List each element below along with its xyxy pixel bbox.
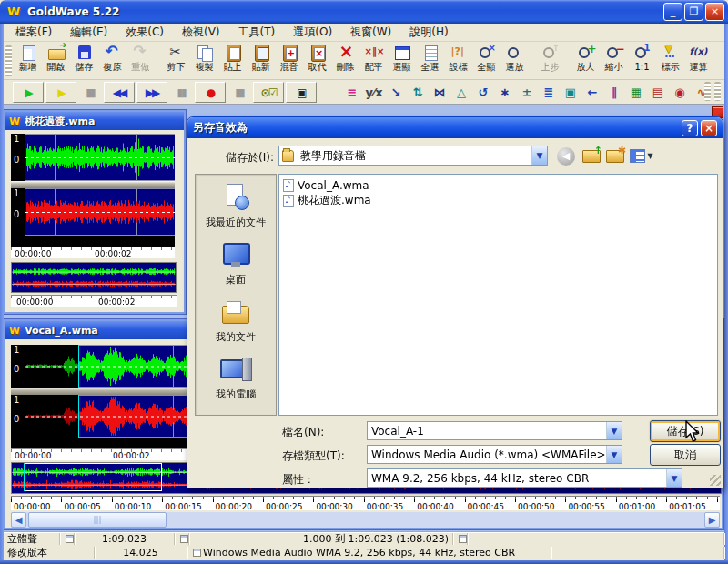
offset-icon[interactable]: ± — [517, 83, 537, 102]
stop-icon[interactable]: ■ — [78, 82, 102, 103]
combo-dropdown-arrow-icon[interactable]: ▼ — [606, 446, 622, 463]
toolbar-button[interactable]: 取代 — [303, 43, 331, 79]
play-selection-icon[interactable]: ▶ — [46, 82, 76, 103]
toolbar-button[interactable]: 剪下 — [162, 43, 190, 79]
time-warp-icon[interactable]: ‖ — [604, 83, 624, 102]
rewind-icon[interactable]: ◀◀ — [104, 82, 135, 103]
device-controls-icon[interactable]: ≡ — [342, 83, 362, 102]
cancel-button[interactable]: 取消 — [650, 444, 721, 466]
record-stop-icon[interactable]: ■ — [228, 82, 251, 103]
toolbar-button[interactable]: 設標 — [444, 43, 472, 79]
overview-strip[interactable] — [11, 262, 177, 293]
sound-window-taohua[interactable]: W 桃花過渡.wma 10 10 — [4, 110, 186, 314]
toolbar-button[interactable]: 縮小 — [600, 43, 628, 79]
status-section-icon[interactable] — [453, 533, 468, 545]
toolbar-button[interactable]: 配平 — [359, 43, 388, 79]
filename-combo[interactable]: Vocal_A-1 ▼ — [367, 421, 622, 440]
toolbar-button[interactable]: 重做 — [126, 43, 155, 79]
menu-item[interactable]: 工具(T) — [230, 23, 284, 42]
toolbar-button[interactable]: 全顯 — [472, 43, 500, 79]
toolbar-grip[interactable] — [704, 82, 711, 101]
file-timeline-ruler[interactable]: 00:00:0000:00:0500:00:1000:00:1500:00:20… — [11, 496, 720, 510]
views-menu-button[interactable]: ▼ — [628, 146, 655, 166]
filter-icon[interactable]: △ — [451, 83, 471, 102]
waveform-right-channel[interactable] — [25, 188, 175, 236]
status-section-icon[interactable] — [175, 533, 189, 545]
toolbar-button[interactable]: 新增 — [14, 43, 42, 79]
places-bar-item[interactable]: 網路上的芳鄰 — [206, 413, 266, 416]
echo-icon[interactable]: ⋈ — [430, 83, 450, 102]
toolbar-grip[interactable] — [5, 45, 12, 76]
places-bar-item[interactable]: 桌面 — [218, 241, 253, 287]
fast-forward-icon[interactable]: ▶▶ — [136, 82, 167, 103]
toolbar-button[interactable]: 混音 — [275, 43, 303, 79]
dynamics-icon[interactable]: ⇅ — [408, 83, 428, 102]
new-folder-button[interactable]: ✱ — [604, 146, 626, 166]
help-button[interactable]: ? — [682, 120, 698, 136]
record-mode-icon[interactable]: ⊙☑ — [253, 82, 284, 103]
flanger-icon[interactable]: ↺ — [473, 83, 493, 102]
sound-window-title-bar[interactable]: W 桃花過渡.wma — [5, 112, 184, 130]
toolbar-button[interactable]: 復原 — [98, 43, 126, 79]
toolbar-button[interactable]: 全選 — [416, 43, 444, 79]
overview-selection[interactable] — [24, 463, 162, 491]
selection-strip[interactable] — [11, 236, 175, 247]
file-type-combo[interactable]: Windows Media Audio (*.wma) <WMAFile> ▼ — [367, 445, 622, 464]
minimize-button[interactable]: _ — [663, 3, 682, 21]
maximize-button[interactable]: ❐ — [684, 3, 703, 21]
resize-grip[interactable] — [710, 475, 721, 486]
pause-icon[interactable]: ▮▮ — [169, 82, 193, 103]
toolbar-button[interactable]: 1:1 — [628, 43, 656, 79]
menu-item[interactable]: 檢視(V) — [174, 23, 228, 42]
toolbar-button[interactable]: 貼新 — [247, 43, 275, 79]
toolbar-button[interactable]: 選顯 — [388, 43, 416, 79]
monitor-icon[interactable]: ▣ — [286, 82, 317, 103]
combo-dropdown-arrow-icon[interactable]: ▼ — [531, 146, 547, 165]
file-list-item[interactable]: Vocal_A.wma — [281, 177, 715, 193]
combo-dropdown-arrow-icon[interactable]: ▼ — [606, 422, 622, 439]
expression-evaluator-icon[interactable]: y⁄x — [364, 83, 384, 102]
places-bar-item[interactable]: 我的電腦 — [216, 356, 256, 401]
menu-item[interactable]: 視窗(W) — [342, 23, 399, 42]
scrollbar-thumb[interactable] — [28, 512, 167, 528]
places-bar-item[interactable]: 我的文件 — [216, 298, 256, 344]
reverse-icon[interactable]: ← — [582, 83, 602, 102]
menu-item[interactable]: 編輯(E) — [62, 23, 116, 42]
doppler-icon[interactable]: ↘ — [386, 83, 406, 102]
overview-timeline-ruler[interactable]: 00:00:0000:00:02 — [11, 295, 177, 307]
title-bar[interactable]: W GoldWave 5.22 _ ❐ × — [0, 0, 728, 24]
reverb-icon[interactable]: ▣ — [561, 83, 581, 102]
file-list-item[interactable]: 桃花過渡.wma — [281, 193, 715, 208]
up-one-level-button[interactable]: ↑ — [581, 146, 602, 166]
menu-item[interactable]: 檔案(F) — [7, 23, 60, 42]
toolbar-grip[interactable] — [714, 82, 721, 101]
status-section-icon[interactable] — [60, 533, 75, 545]
back-button[interactable]: ◀ — [555, 146, 577, 166]
timeline-ruler[interactable]: 00:00:0000:00:02 — [11, 247, 175, 258]
save-in-combo[interactable]: 教學用錄音檔 ▼ — [278, 146, 548, 166]
toolbar-button[interactable]: 標示 — [656, 43, 684, 79]
toolbar-button[interactable]: 貼上 — [218, 43, 247, 79]
mechanize-icon[interactable]: ∗ — [495, 83, 515, 102]
attributes-combo[interactable]: WMA 9.2, 256 kbps, 44 kHz, stereo CBR ▼ — [367, 468, 682, 488]
dialog-title-bar[interactable]: 另存音效為 ? × — [187, 117, 723, 138]
toolbar-button[interactable]: 上步 — [536, 43, 564, 79]
waveform-left-channel[interactable] — [25, 134, 175, 181]
menu-item[interactable]: 選項(O) — [285, 23, 340, 42]
toolbar-button[interactable]: 選放 — [500, 43, 529, 79]
toolbar-button[interactable]: 運算 — [684, 43, 713, 79]
close-button[interactable]: × — [705, 3, 724, 21]
toolbar-button[interactable]: 開啟 — [42, 43, 70, 79]
toolbar-button[interactable]: 刪除 — [331, 43, 359, 79]
scroll-left-button[interactable]: ◀ — [11, 512, 26, 528]
menu-item[interactable]: 說明(H) — [401, 23, 456, 42]
horizontal-scrollbar[interactable]: ◀ ▶ — [11, 512, 720, 528]
play-icon[interactable]: ▶ — [13, 82, 44, 103]
volume-shape-icon[interactable]: ▦ — [626, 83, 646, 102]
stereo-exchange-icon[interactable]: ▤ — [648, 83, 668, 102]
menu-item[interactable]: 效果(C) — [117, 23, 172, 42]
scroll-right-button[interactable]: ▶ — [704, 512, 720, 528]
pitch-icon[interactable]: ≣ — [539, 83, 559, 102]
dialog-close-button[interactable]: × — [701, 120, 717, 136]
combo-dropdown-arrow-icon[interactable]: ▼ — [666, 469, 682, 487]
